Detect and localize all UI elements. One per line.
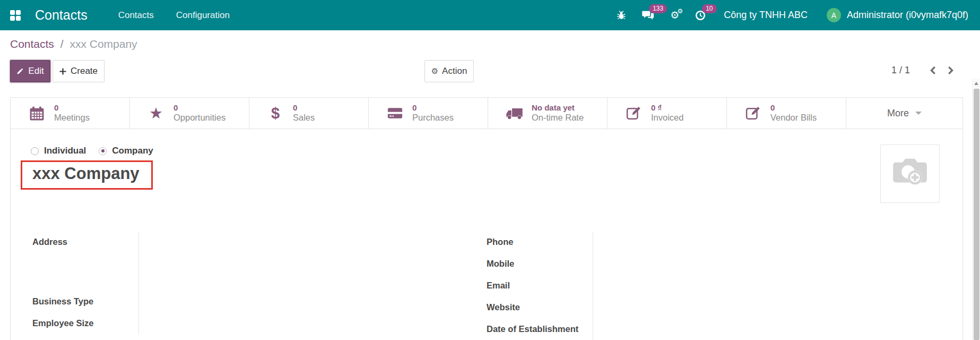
sales-label: Sales — [293, 113, 315, 123]
opportunities-count: 0 — [174, 103, 226, 113]
email-value[interactable] — [593, 275, 858, 297]
truck-icon — [505, 106, 524, 121]
pager: 1 / 1 — [891, 65, 955, 76]
meetings-count: 0 — [54, 103, 90, 113]
create-button[interactable]: Create — [53, 60, 105, 82]
record-name[interactable]: xxx Company — [32, 164, 140, 183]
address-label: Address — [32, 232, 139, 291]
stat-button-row: 0 Meetings ★ 0 Opportunities $ 0 Sales — [11, 98, 962, 129]
radio-company-label[interactable]: Company — [112, 146, 153, 156]
pager-previous-button[interactable] — [929, 66, 936, 75]
on-time-rate-value: No data yet — [532, 103, 584, 113]
radio-individual[interactable] — [31, 147, 39, 155]
activities-clock-icon[interactable]: 10 — [695, 10, 706, 21]
radio-company[interactable] — [99, 147, 107, 155]
date-of-establishment-value[interactable] — [593, 319, 858, 340]
vertical-scrollbar[interactable] — [972, 79, 980, 340]
mobile-value[interactable] — [593, 253, 858, 275]
radio-individual-label[interactable]: Individual — [44, 146, 86, 156]
photo-upload-box[interactable] — [880, 144, 940, 203]
purchases-label: Purchases — [412, 113, 454, 123]
star-icon: ★ — [146, 106, 166, 121]
vendor-bills-count: 0 — [770, 103, 817, 113]
field-row-email: Email — [487, 275, 858, 297]
camera-plus-icon — [890, 156, 930, 191]
settings-gears-icon[interactable]: ⚙ ⚙ — [670, 10, 679, 20]
field-row-employee-size: Employee Size — [32, 313, 404, 335]
app-brand[interactable]: Contacts — [35, 7, 88, 23]
mobile-label: Mobile — [487, 253, 593, 275]
address-value[interactable] — [139, 232, 404, 291]
nav-menu-contacts[interactable]: Contacts — [118, 10, 154, 21]
more-button-label: More — [887, 108, 909, 119]
action-button[interactable]: ⚙ Action — [424, 60, 474, 82]
purchases-count: 0 — [412, 103, 454, 113]
website-value[interactable] — [593, 297, 858, 319]
business-type-value[interactable] — [139, 291, 404, 313]
create-button-label: Create — [71, 66, 98, 76]
top-navbar: Contacts Contacts Configuration 133 ⚙ ⚙ — [0, 0, 980, 30]
chevron-down-icon — [915, 112, 922, 115]
meetings-label: Meetings — [54, 113, 90, 123]
employee-size-label: Employee Size — [32, 313, 139, 335]
stat-button-sales[interactable]: $ 0 Sales — [249, 98, 369, 129]
on-time-rate-label: On-time Rate — [532, 113, 584, 123]
stat-button-purchases[interactable]: 0 Purchases — [369, 98, 488, 129]
edit-button[interactable]: Edit — [10, 60, 50, 82]
stat-button-invoiced[interactable]: 0 ₫ Invoiced — [608, 98, 727, 129]
scrollbar-thumb[interactable] — [974, 89, 979, 340]
gear-icon: ⚙ — [431, 66, 438, 76]
annotation-highlight-box: xxx Company — [21, 160, 153, 190]
field-row-date-of-establishment: Date of Establishment — [487, 319, 858, 340]
calendar-icon — [27, 105, 46, 122]
stat-button-on-time-rate[interactable]: No data yet On-time Rate — [488, 98, 608, 129]
user-menu[interactable]: A Administrator (i0vymafk7q0f) — [827, 8, 968, 22]
business-type-label: Business Type — [32, 291, 139, 313]
field-row-business-type: Business Type — [32, 291, 404, 313]
stat-button-meetings[interactable]: 0 Meetings — [11, 98, 130, 129]
edit-note-icon — [624, 105, 643, 121]
employee-size-value[interactable] — [139, 313, 404, 335]
activities-count-badge: 10 — [702, 4, 716, 13]
stat-button-vendor-bills[interactable]: 0 Vendor Bills — [727, 98, 846, 129]
phone-value[interactable] — [593, 232, 858, 253]
field-row-phone: Phone — [487, 232, 858, 253]
field-row-address: Address — [32, 232, 404, 291]
breadcrumb: Contacts / xxx Company — [10, 38, 137, 50]
field-group-left: Address Business Type Employee Size — [32, 232, 404, 335]
invoiced-amount: 0 ₫ — [651, 103, 683, 113]
vendor-bills-label: Vendor Bills — [770, 113, 817, 123]
debug-bug-icon[interactable] — [617, 10, 626, 20]
plus-icon — [59, 68, 66, 75]
invoiced-label: Invoiced — [651, 113, 683, 123]
scrollbar-up-arrow-icon[interactable] — [974, 82, 978, 85]
breadcrumb-current: xxx Company — [70, 38, 137, 50]
contact-form-card: 0 Meetings ★ 0 Opportunities $ 0 Sales — [10, 97, 963, 340]
button-row: Edit Create ⚙ Action — [0, 60, 980, 82]
field-row-mobile: Mobile — [487, 253, 858, 275]
pager-next-button[interactable] — [947, 66, 955, 75]
dollar-icon: $ — [266, 106, 285, 121]
messages-icon[interactable]: 133 — [642, 10, 654, 21]
breadcrumb-contacts-link[interactable]: Contacts — [10, 38, 54, 50]
field-group-right: Phone Mobile Email Website Date of Estab… — [487, 232, 858, 340]
phone-label: Phone — [487, 232, 593, 253]
navbar-right: 133 ⚙ ⚙ 10 Công ty TNHH ABC A Administra… — [601, 8, 968, 22]
more-button[interactable]: More — [846, 98, 962, 129]
pager-value: 1 / 1 — [891, 65, 910, 76]
action-button-label: Action — [442, 66, 467, 76]
credit-card-icon — [385, 106, 404, 120]
stat-button-opportunities[interactable]: ★ 0 Opportunities — [130, 98, 249, 129]
breadcrumb-separator: / — [60, 38, 64, 50]
company-type-selector: Individual Company — [31, 146, 962, 156]
field-row-website: Website — [487, 297, 858, 319]
pencil-icon — [16, 67, 24, 75]
sales-count: 0 — [293, 103, 315, 113]
nav-menu-configuration[interactable]: Configuration — [176, 10, 230, 21]
company-switcher[interactable]: Công ty TNHH ABC — [724, 10, 808, 21]
date-of-establishment-label: Date of Establishment — [487, 319, 593, 340]
opportunities-label: Opportunities — [174, 113, 226, 123]
apps-menu-icon[interactable] — [10, 10, 21, 21]
user-avatar: A — [827, 8, 841, 22]
user-name: Administrator (i0vymafk7q0f) — [847, 10, 968, 21]
